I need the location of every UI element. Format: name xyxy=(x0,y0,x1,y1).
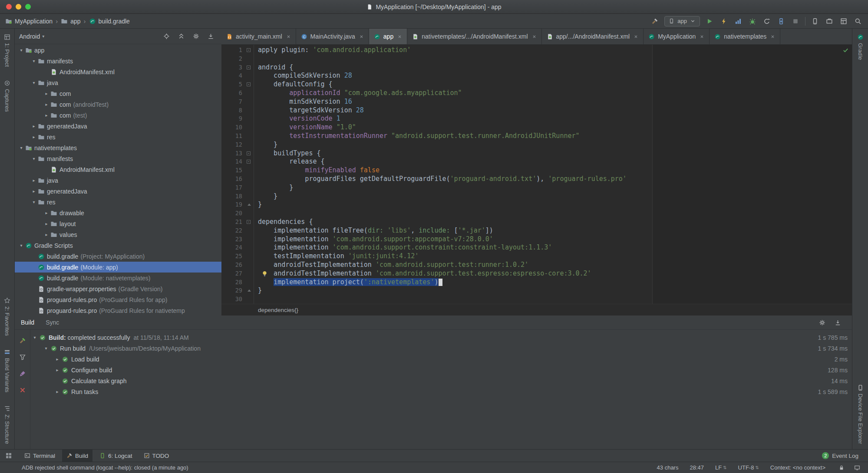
tree-item-proguard-rules-pro-proguard-rules-for-nativetemp[interactable]: proguard-rules.pro(ProGuard Rules for na… xyxy=(15,305,221,315)
hide-button[interactable] xyxy=(206,32,215,41)
tree-item-values[interactable]: ▸values xyxy=(15,229,221,240)
code-editor[interactable]: 1-apply plugin: 'com.android.application… xyxy=(221,45,852,304)
editor-tab-nativetemplates-androidmanifest-xml[interactable]: nativetemplates/.../AndroidManifest.xml xyxy=(407,29,541,44)
hammer-green-button[interactable] xyxy=(18,336,27,345)
tree-item-androidmanifest-xml[interactable]: AndroidManifest.xml xyxy=(15,164,221,175)
tree-toggle[interactable]: ▾ xyxy=(17,145,25,150)
layout-inspector-button[interactable] xyxy=(839,16,848,26)
gear-button[interactable] xyxy=(191,32,201,41)
tree-item-app[interactable]: ▾app xyxy=(15,45,221,56)
build-row-toggle[interactable]: ▾ xyxy=(30,335,39,340)
zoom-window-button[interactable] xyxy=(25,4,31,10)
fold-marker[interactable]: - xyxy=(247,48,251,52)
fold-gutter[interactable]: - xyxy=(244,63,254,72)
breadcrumb-app[interactable]: app xyxy=(61,18,80,25)
tree-item-build-gradle-module-app[interactable]: build.gradle(Module: app) xyxy=(15,262,221,273)
search-button[interactable] xyxy=(853,16,863,26)
fold-marker[interactable]: - xyxy=(247,66,251,69)
tree-item-com[interactable]: ▸com xyxy=(15,88,221,99)
tree-item-nativetemplates[interactable]: ▾nativetemplates xyxy=(15,142,221,153)
status-widget-28-47[interactable]: 28:47 xyxy=(690,464,704,471)
tree-item-res[interactable]: ▸res xyxy=(15,131,221,142)
build-row-toggle[interactable]: ▸ xyxy=(53,389,62,394)
locate-button[interactable] xyxy=(162,32,171,41)
close-icon[interactable] xyxy=(770,34,775,39)
close-icon[interactable] xyxy=(700,34,704,39)
fold-gutter[interactable] xyxy=(244,286,254,295)
monitor-button[interactable] xyxy=(852,463,862,473)
fold-marker[interactable]: - xyxy=(247,220,251,224)
tree-item-res[interactable]: ▾res xyxy=(15,197,221,207)
editor-tab-app-androidmanifest-xml[interactable]: app/.../AndroidManifest.xml xyxy=(542,29,644,44)
tab-sync[interactable]: Sync xyxy=(46,319,59,326)
tree-item-drawable[interactable]: ▸drawable xyxy=(15,207,221,218)
tree-toggle[interactable]: ▸ xyxy=(43,210,50,215)
tree-item-gradle-scripts[interactable]: ▾Gradle Scripts xyxy=(15,240,221,251)
profiler-button[interactable] xyxy=(733,16,743,26)
fold-gutter[interactable]: - xyxy=(244,80,254,89)
tool-button-gradle[interactable]: Gradle xyxy=(857,34,864,60)
tree-toggle[interactable]: ▸ xyxy=(43,91,50,96)
tool-window-button-terminal[interactable]: Terminal xyxy=(20,450,59,462)
close-icon[interactable] xyxy=(634,34,638,39)
import-button[interactable] xyxy=(833,318,842,327)
tool-button-build-variants[interactable]: Build Variants xyxy=(4,349,10,392)
tree-item-com-test[interactable]: ▸com(test) xyxy=(15,110,221,121)
close-icon[interactable] xyxy=(359,34,364,39)
build-row-load-build[interactable]: ▸Load build2 ms xyxy=(30,354,852,365)
breadcrumb-myapplication[interactable]: MyApplication xyxy=(5,18,53,25)
tool-button-device-file-explorer[interactable]: Device File Explorer xyxy=(857,384,864,444)
build-row-run-build[interactable]: ▾Run build/Users/jweisbaum/Desktop/MyApp… xyxy=(30,343,852,354)
collapse-all-button[interactable] xyxy=(176,32,186,41)
tree-item-build-gradle-project-myapplication[interactable]: build.gradle(Project: MyApplication) xyxy=(15,251,221,262)
event-log-button[interactable]: 2Event Log xyxy=(822,452,865,459)
close-icon[interactable] xyxy=(532,34,537,39)
tree-item-gradle-wrapper-properties-gradle-version[interactable]: gradle-wrapper.properties(Gradle Version… xyxy=(15,283,221,294)
tool-button-captures[interactable]: Captures xyxy=(4,80,10,112)
tree-item-generatedjava[interactable]: ▸generatedJava xyxy=(15,186,221,197)
tree-toggle[interactable]: ▾ xyxy=(17,48,25,53)
tree-item-androidmanifest-xml[interactable]: AndroidManifest.xml xyxy=(15,66,221,77)
tree-toggle[interactable]: ▸ xyxy=(30,178,38,183)
tree-toggle[interactable]: ▸ xyxy=(30,124,38,128)
build-row-build-completed-successfully[interactable]: ▾Build: completed successfullyat 11/5/18… xyxy=(30,332,852,343)
debug-button[interactable] xyxy=(748,16,757,26)
tree-toggle[interactable]: ▸ xyxy=(43,102,50,107)
tree-toggle[interactable]: ▸ xyxy=(43,232,50,237)
tab-build[interactable]: Build xyxy=(21,319,34,326)
brush-button[interactable] xyxy=(18,369,27,378)
tree-item-com-androidtest[interactable]: ▸com(androidTest) xyxy=(15,99,221,110)
tree-item-manifests[interactable]: ▾manifests xyxy=(15,153,221,164)
build-row-configure-build[interactable]: ▸Configure build128 ms xyxy=(30,365,852,375)
build-row-toggle[interactable]: ▸ xyxy=(53,357,62,361)
tree-toggle[interactable]: ▸ xyxy=(30,135,38,139)
apply-changes-button[interactable] xyxy=(719,16,729,26)
fold-marker[interactable]: - xyxy=(247,82,251,86)
build-row-calculate-task-graph[interactable]: Calculate task graph14 ms xyxy=(30,375,852,386)
tree-item-java[interactable]: ▸java xyxy=(15,175,221,186)
close-window-button[interactable] xyxy=(6,4,12,10)
fold-gutter[interactable]: - xyxy=(244,218,254,227)
editor-tab-mainactivity-java[interactable]: CMainActivity.java xyxy=(296,29,369,44)
status-widget-lf[interactable]: LF⇅ xyxy=(715,464,727,471)
tool-window-button-todo[interactable]: TODO xyxy=(139,450,174,462)
tree-toggle[interactable]: ▾ xyxy=(30,156,38,161)
fold-gutter[interactable]: - xyxy=(244,149,254,158)
fold-gutter[interactable]: - xyxy=(244,158,254,166)
project-view-selector[interactable]: Android ▾ xyxy=(19,33,44,40)
tree-toggle[interactable]: ▸ xyxy=(30,189,38,194)
funnel-button[interactable] xyxy=(18,352,27,362)
stop-button[interactable] xyxy=(791,16,800,26)
tree-item-generatedjava[interactable]: ▸generatedJava xyxy=(15,121,221,131)
editor-tab-nativetemplates[interactable]: nativetemplates xyxy=(710,29,780,44)
tree-item-java[interactable]: ▾java xyxy=(15,77,221,88)
fold-end-marker[interactable] xyxy=(248,204,251,206)
intention-bulb-icon[interactable] xyxy=(261,270,268,277)
fold-gutter[interactable]: - xyxy=(244,46,254,55)
editor-breadcrumb[interactable]: dependencies{} xyxy=(258,307,298,313)
tool-window-button-6-logcat[interactable]: 6: Logcat xyxy=(95,450,137,462)
tool-window-switcher-button[interactable] xyxy=(3,450,14,461)
lock-button[interactable] xyxy=(837,463,846,473)
status-widget-context-no-context[interactable]: Context: <no context> xyxy=(770,464,825,471)
editor-tab-myapplication[interactable]: MyApplication xyxy=(644,29,710,44)
